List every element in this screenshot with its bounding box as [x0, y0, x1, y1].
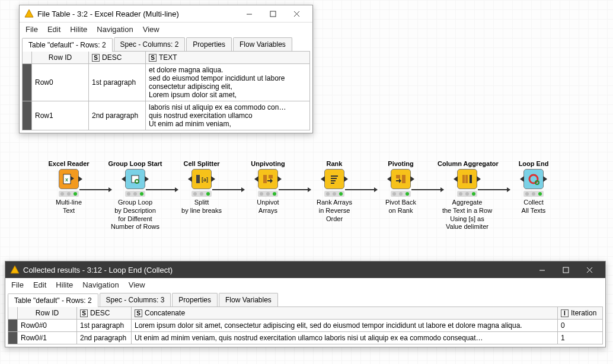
svg-rect-2 [270, 11, 276, 17]
node-icon[interactable] [324, 169, 344, 189]
workflow-canvas[interactable]: Excel Reader x Multi-line Text Group Loo… [0, 160, 613, 258]
node-desc: Rank Arrays in Reverse Order [305, 199, 364, 223]
node-icon[interactable] [391, 169, 411, 189]
tab-table[interactable]: Table "default" - Rows: 2 [22, 38, 113, 52]
menu-file[interactable]: File [25, 25, 38, 34]
node-excel-reader[interactable]: Excel Reader x Multi-line Text [39, 160, 98, 215]
node-title: Excel Reader [39, 160, 98, 167]
node-icon[interactable]: x [59, 169, 79, 189]
cell-iter: 1 [558, 332, 603, 344]
menu-hilite[interactable]: Hilite [70, 25, 87, 34]
col-rowid[interactable]: Row ID [32, 52, 89, 64]
table-header-row: Row ID SDESC STEXT [23, 52, 310, 64]
tab-spec[interactable]: Spec - Columns: 3 [100, 293, 171, 306]
tab-flowvars[interactable]: Flow Variables [233, 37, 292, 51]
svg-point-23 [529, 175, 538, 183]
menu-edit[interactable]: Edit [33, 280, 46, 289]
node-icon[interactable] [258, 169, 278, 189]
col-concat[interactable]: SConcatenate [132, 307, 558, 320]
port-in[interactable] [122, 176, 126, 182]
port-in[interactable] [454, 176, 458, 182]
node-icon[interactable] [457, 169, 477, 189]
port-in[interactable] [387, 176, 391, 182]
data-table[interactable]: Row ID SDESC SConcatenate IIteration Row… [8, 306, 603, 344]
port-in[interactable] [188, 176, 192, 182]
tab-table[interactable]: Table "default" - Rows: 2 [8, 293, 98, 307]
col-iter-label: Iteration [571, 309, 596, 317]
node-unpivoting[interactable]: Unpivoting Unpivot Arrays [238, 160, 298, 215]
port-out[interactable] [543, 176, 547, 182]
col-text[interactable]: STEXT [146, 52, 310, 64]
cell-text: laboris nisi ut aliquip ex ea commodo co… [146, 101, 310, 130]
node-title: Rank [305, 160, 364, 167]
node-icon[interactable] [125, 169, 145, 189]
svg-text:[a]: [a] [202, 177, 208, 183]
splitter-icon: [a] [195, 173, 208, 185]
close-button[interactable] [285, 8, 308, 20]
port-out[interactable] [277, 176, 282, 182]
node-rank[interactable]: Rank Rank Arrays in Reverse Order [305, 160, 364, 223]
port-in[interactable] [321, 176, 325, 182]
tab-spec[interactable]: Spec - Columns: 2 [114, 37, 186, 51]
menu-file[interactable]: File [11, 280, 24, 289]
menu-hilite[interactable]: Hilite [56, 280, 73, 289]
minimize-button[interactable] [238, 8, 260, 20]
col-rowid[interactable]: Row ID [18, 307, 77, 320]
port-in[interactable] [254, 176, 258, 182]
status-lights [391, 191, 411, 197]
tab-flowvars[interactable]: Flow Variables [219, 293, 278, 306]
menu-edit[interactable]: Edit [47, 25, 60, 34]
col-desc[interactable]: SDESC [89, 52, 146, 64]
tab-properties[interactable]: Properties [172, 293, 218, 306]
svg-rect-19 [402, 175, 406, 183]
port-in[interactable] [520, 176, 524, 182]
port-out[interactable] [410, 176, 414, 182]
col-desc[interactable]: SDESC [77, 307, 132, 320]
table-row[interactable]: Row0 1st paragraph et dolore magna aliqu… [23, 64, 310, 101]
menu-navigation[interactable]: Navigation [97, 25, 133, 34]
unpivot-icon [261, 173, 274, 185]
tabstrip: Table "default" - Rows: 2 Spec - Columns… [8, 293, 603, 306]
table-row[interactable]: Row1 2nd paragraph laboris nisi ut aliqu… [23, 101, 310, 130]
port-out[interactable] [211, 176, 215, 182]
port-out[interactable] [477, 176, 481, 182]
minimize-button[interactable] [531, 264, 553, 276]
node-group-loop-start[interactable]: Group Loop Start Group Loop by Descripti… [106, 160, 165, 231]
menubar: File Edit Hilite Navigation View [5, 278, 605, 292]
collected-results-window: Collected results - 3:12 - Loop End (Col… [5, 261, 606, 347]
close-button[interactable] [578, 264, 601, 276]
cell-rowid: Row0 [32, 64, 89, 101]
s-icon: S [149, 54, 157, 62]
s-icon: S [80, 309, 88, 317]
maximize-button[interactable] [554, 264, 577, 276]
node-loop-end[interactable]: Loop End Collect All Texts [504, 160, 563, 215]
node-title: Unpivoting [238, 160, 298, 167]
table-row[interactable]: Row0#0 1st paragraph Lorem ipsum dolor s… [8, 320, 603, 332]
maximize-button[interactable] [261, 8, 284, 20]
titlebar[interactable]: Collected results - 3:12 - Loop End (Col… [5, 261, 605, 278]
node-cell-splitter[interactable]: Cell Splitter [a] Splitt by line breaks [172, 160, 231, 215]
port-out[interactable] [78, 176, 82, 182]
node-icon[interactable] [523, 169, 544, 189]
titlebar[interactable]: File Table - 3:2 - Excel Reader (Multi-l… [20, 5, 312, 23]
window-title: File Table - 3:2 - Excel Reader (Multi-l… [37, 9, 238, 18]
cell-concat: Lorem ipsum dolor sit amet, consectetur … [132, 320, 558, 332]
menu-view[interactable]: View [143, 25, 159, 34]
tabstrip: Table "default" - Rows: 2 Spec - Columns… [22, 37, 310, 51]
menu-navigation[interactable]: Navigation [82, 280, 119, 289]
node-desc: Collect All Texts [504, 199, 563, 215]
col-iter[interactable]: IIteration [558, 307, 603, 320]
node-icon[interactable]: [a] [191, 169, 212, 189]
node-pivoting[interactable]: Pivoting Pivot Back on Rank [371, 160, 430, 215]
port-out[interactable] [344, 176, 348, 182]
tab-properties[interactable]: Properties [186, 37, 232, 51]
data-table[interactable]: Row ID SDESC STEXT Row0 1st paragraph et… [22, 51, 310, 130]
rank-icon [328, 173, 340, 185]
file-table-window: File Table - 3:2 - Excel Reader (Multi-l… [19, 5, 313, 133]
cell-desc: 1st paragraph [89, 64, 146, 101]
svg-rect-12 [263, 175, 267, 183]
port-out[interactable] [145, 176, 149, 182]
menu-view[interactable]: View [129, 280, 145, 289]
node-column-aggregator[interactable]: Column Aggregator Aggregate the Text in … [438, 160, 497, 231]
table-row[interactable]: Row0#1 2nd paragraph Ut enim ad minim ve… [8, 332, 603, 344]
